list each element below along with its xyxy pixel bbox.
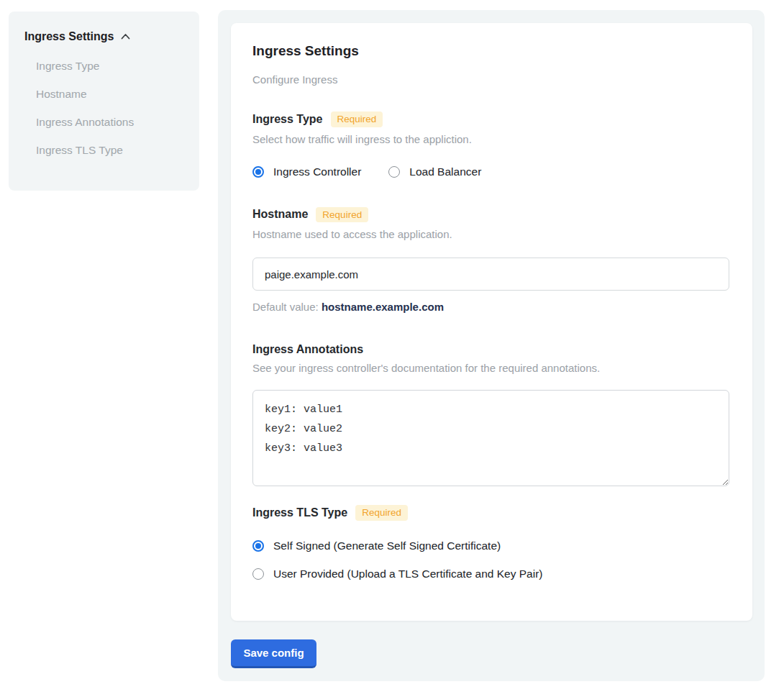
settings-sidebar: Ingress Settings Ingress Type Hostname I… (9, 12, 199, 191)
default-value-label: Default value: (252, 301, 319, 313)
ingress-type-label: Ingress Type (252, 113, 323, 126)
radio-option-label: Self Signed (Generate Self Signed Certif… (273, 539, 501, 552)
required-badge: Required (331, 111, 383, 127)
sidebar-item-list: Ingress Type Hostname Ingress Annotation… (24, 52, 183, 164)
save-config-button[interactable]: Save config (231, 639, 316, 668)
sidebar-item-hostname[interactable]: Hostname (36, 80, 183, 108)
ingress-type-section: Ingress Type Required Select how traffic… (252, 111, 731, 178)
ingress-tls-radio-group: Self Signed (Generate Self Signed Certif… (252, 539, 731, 580)
ingress-tls-type-label: Ingress TLS Type (252, 506, 347, 519)
hostname-label: Hostname (252, 208, 308, 221)
radio-option-ingress-controller[interactable]: Ingress Controller (252, 165, 361, 178)
hostname-help: Hostname used to access the application. (252, 228, 731, 240)
sidebar-section-title: Ingress Settings (24, 30, 114, 43)
ingress-settings-panel: Ingress Settings Configure Ingress Ingre… (218, 10, 765, 681)
radio-unselected-icon[interactable] (252, 568, 264, 580)
radio-option-label: User Provided (Upload a TLS Certificate … (273, 568, 542, 580)
sidebar-item-ingress-type[interactable]: Ingress Type (36, 52, 183, 80)
ingress-annotations-help: See your ingress controller's documentat… (252, 362, 731, 374)
ingress-tls-type-section: Ingress TLS Type Required Self Signed (G… (252, 505, 731, 580)
radio-selected-icon[interactable] (252, 540, 264, 552)
chevron-up-icon (120, 32, 131, 41)
radio-unselected-icon[interactable] (388, 166, 400, 178)
sidebar-item-ingress-tls-type[interactable]: Ingress TLS Type (36, 136, 183, 164)
radio-option-user-provided[interactable]: User Provided (Upload a TLS Certificate … (252, 568, 731, 580)
ingress-settings-card: Ingress Settings Configure Ingress Ingre… (231, 23, 752, 621)
ingress-annotations-section: Ingress Annotations See your ingress con… (252, 343, 731, 486)
ingress-type-radio-group: Ingress Controller Load Balancer (252, 165, 731, 178)
hostname-default-note: Default value: hostname.example.com (252, 301, 731, 313)
radio-option-label: Load Balancer (409, 165, 481, 178)
radio-option-label: Ingress Controller (273, 165, 361, 178)
ingress-annotations-label: Ingress Annotations (252, 343, 363, 356)
required-badge: Required (316, 207, 368, 223)
hostname-section: Hostname Required Hostname used to acces… (252, 207, 731, 314)
default-value-text: hostname.example.com (322, 301, 444, 313)
ingress-type-help: Select how traffic will ingress to the a… (252, 133, 731, 145)
sidebar-section-toggle[interactable]: Ingress Settings (24, 30, 183, 43)
page-title: Ingress Settings (252, 43, 731, 59)
hostname-input[interactable] (252, 258, 729, 291)
radio-option-self-signed[interactable]: Self Signed (Generate Self Signed Certif… (252, 539, 731, 552)
annotations-textarea[interactable]: key1: value1 key2: value2 key3: value3 (252, 390, 729, 486)
page-subtitle: Configure Ingress (252, 73, 731, 86)
radio-selected-icon[interactable] (252, 166, 264, 178)
radio-option-load-balancer[interactable]: Load Balancer (388, 165, 481, 178)
required-badge: Required (355, 505, 408, 521)
sidebar-item-ingress-annotations[interactable]: Ingress Annotations (36, 108, 183, 136)
